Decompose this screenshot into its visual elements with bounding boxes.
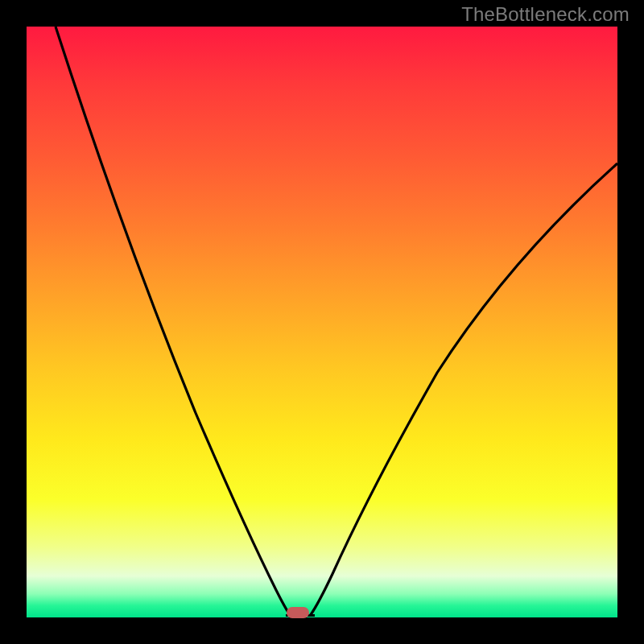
watermark-text: TheBottleneck.com <box>461 3 630 26</box>
bottleneck-curve <box>27 27 617 617</box>
chart-frame: TheBottleneck.com <box>0 0 644 644</box>
optimal-marker <box>287 607 309 618</box>
plot-area <box>27 27 617 617</box>
